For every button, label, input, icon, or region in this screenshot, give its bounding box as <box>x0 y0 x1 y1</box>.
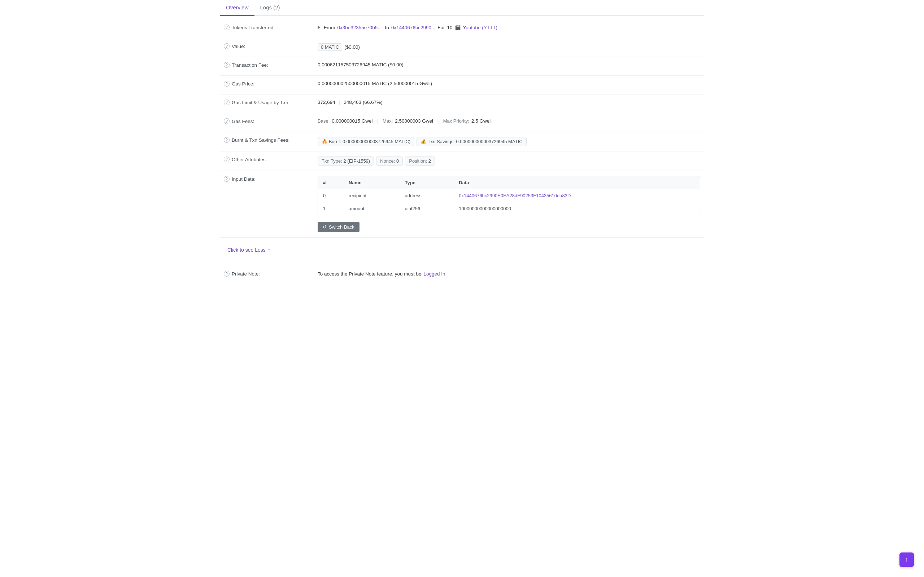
value-value: 0 MATIC ($0.00) <box>318 43 700 51</box>
value-amount-badge: 0 MATIC <box>318 43 342 51</box>
tokens-transferred-value: From 0x3be32355e70b5... To 0x1440676bc29… <box>318 24 700 30</box>
burnt-fees-help-icon: ? <box>224 137 229 143</box>
private-note-value: To access the Private Note feature, you … <box>318 271 700 277</box>
value-help-icon: ? <box>224 43 229 49</box>
cell-index: 0 <box>318 189 344 202</box>
gas-price-amount: 0.000000002500000015 MATIC (2.500000015 … <box>318 81 432 86</box>
nonce-badge: Nonce: 0 <box>376 156 403 166</box>
see-less-container: Click to see Less ↑ <box>220 238 704 264</box>
other-attributes-value: Txn Type: 2 (EIP-1559) Nonce: 0 Position… <box>318 156 700 166</box>
gas-limit-label-col: ? Gas Limit & Usage by Txn: <box>224 100 318 105</box>
to-label: To <box>384 25 389 30</box>
transaction-fee-row: ? Transaction Fee: 0.000621157503726945 … <box>220 57 704 76</box>
burnt-badge: 🔥 Burnt: 0.000000000003726945 MATIC) <box>318 137 414 146</box>
txn-type-value: 2 (EIP-1559) <box>343 158 370 164</box>
see-less-link[interactable]: Click to see Less ↑ <box>224 241 700 259</box>
max-priority-value: 2.5 Gwei <box>472 118 491 124</box>
from-address-link[interactable]: 0x3be32355e70b5... <box>338 25 382 30</box>
gas-price-value: 0.000000002500000015 MATIC (2.500000015 … <box>318 81 700 86</box>
cell-type: uint256 <box>400 202 454 215</box>
gas-usage-amount: 248,463 (66.67%) <box>344 100 382 105</box>
col-header-data: Data <box>454 176 700 189</box>
logged-in-link[interactable]: Logged In <box>423 271 445 277</box>
col-header-index: # <box>318 176 344 189</box>
gas-fees-row: ? Gas Fees: Base: 0.000000015 Gwei | Max… <box>220 113 704 132</box>
input-data-label-col: ? Input Data: <box>224 176 318 182</box>
gas-limit-label: Gas Limit & Usage by Txn: <box>232 100 289 105</box>
gas-fees-label: Gas Fees: <box>232 119 254 124</box>
see-less-icon: ↑ <box>268 247 270 253</box>
switch-back-label: Switch Back <box>329 224 354 230</box>
input-data-row: ? Input Data: # Name Type Data <box>220 171 704 238</box>
triangle-icon <box>318 26 320 29</box>
other-attributes-label: Other Attributes: <box>232 157 267 162</box>
token-icon: 🎬 <box>455 24 461 30</box>
burnt-icon: 🔥 <box>321 139 327 144</box>
token-name-link[interactable]: Youtube (YTTT) <box>463 25 498 30</box>
txn-fee-label-col: ? Transaction Fee: <box>224 62 318 68</box>
for-amount: 10 <box>447 25 452 30</box>
switch-back-button[interactable]: ↺ Switch Back <box>318 222 360 232</box>
tab-logs[interactable]: Logs (2) <box>254 0 286 16</box>
gas-fees-label-col: ? Gas Fees: <box>224 118 318 124</box>
cell-data: 10000000000000000000 <box>454 202 700 215</box>
cell-type: address <box>400 189 454 202</box>
position-label: Position: <box>409 158 427 164</box>
gas-limit-value: 372,694 | 248,463 (66.67%) <box>318 100 700 105</box>
value-usd: ($0.00) <box>344 44 360 50</box>
private-note-help-icon: ? <box>224 271 229 277</box>
data-address-link[interactable]: 0x1440676bc2990E0EA28dF90253F10435610da8… <box>459 193 571 198</box>
gas-price-row: ? Gas Price: 0.000000002500000015 MATIC … <box>220 76 704 95</box>
tabs-container: Overview Logs (2) <box>220 0 704 16</box>
txn-fee-value: 0.000621157503726945 MATIC ($0.00) <box>318 62 700 68</box>
input-data-value: # Name Type Data 0recipientaddress0x1440… <box>318 176 700 232</box>
savings-amount: 0.000000000003726945 MATIC <box>456 139 523 144</box>
txn-type-label: Txn Type: <box>321 158 342 164</box>
gas-price-help-icon: ? <box>224 81 229 87</box>
gas-sep-1: | <box>377 118 379 124</box>
value-label: Value: <box>232 44 245 49</box>
gas-limit-amount: 372,694 <box>318 100 335 105</box>
table-row: 0recipientaddress0x1440676bc2990E0EA28dF… <box>318 189 700 202</box>
gas-price-label: Gas Price: <box>232 81 254 87</box>
txn-fee-label: Transaction Fee: <box>232 62 268 68</box>
to-address-link[interactable]: 0x1440676bc2990... <box>391 25 435 30</box>
table-row: 1amountuint25610000000000000000000 <box>318 202 700 215</box>
input-data-help-icon: ? <box>224 176 229 182</box>
gas-separator: | <box>339 100 340 105</box>
tokens-transferred-label: Tokens Transferred: <box>232 25 275 30</box>
input-data-table: # Name Type Data 0recipientaddress0x1440… <box>318 176 700 215</box>
table-header-row: # Name Type Data <box>318 176 700 189</box>
nonce-value: 0 <box>396 158 399 164</box>
private-note-label: Private Note: <box>232 271 260 277</box>
for-label: For <box>438 25 445 30</box>
burnt-fees-value: 🔥 Burnt: 0.000000000003726945 MATIC) 💰 T… <box>318 137 700 146</box>
tokens-transferred-row: ? Tokens Transferred: From 0x3be32355e70… <box>220 19 704 38</box>
value-row: ? Value: 0 MATIC ($0.00) <box>220 38 704 57</box>
cell-data: 0x1440676bc2990E0EA28dF90253F10435610da8… <box>454 189 700 202</box>
gas-limit-row: ? Gas Limit & Usage by Txn: 372,694 | 24… <box>220 95 704 113</box>
txn-fee-amount: 0.000621157503726945 MATIC ($0.00) <box>318 62 404 68</box>
savings-label: Txn Savings: <box>428 139 455 144</box>
tokens-transferred-help-icon: ? <box>224 24 229 30</box>
max-priority-label: Max Priority: <box>443 118 469 124</box>
other-attributes-row: ? Other Attributes: Txn Type: 2 (EIP-155… <box>220 152 704 171</box>
input-data-label: Input Data: <box>232 176 255 182</box>
savings-icon: 💰 <box>420 139 426 144</box>
private-note-row: ? Private Note: To access the Private No… <box>220 264 704 283</box>
switch-back-icon: ↺ <box>323 224 327 230</box>
private-note-label-col: ? Private Note: <box>224 271 318 277</box>
other-attributes-help-icon: ? <box>224 156 229 162</box>
private-note-text: To access the Private Note feature, you … <box>318 271 421 277</box>
gas-sep-2: | <box>438 118 439 124</box>
col-header-type: Type <box>400 176 454 189</box>
cell-index: 1 <box>318 202 344 215</box>
txn-fee-help-icon: ? <box>224 62 229 68</box>
burnt-fees-label: Burnt & Txn Savings Fees: <box>232 137 289 143</box>
nonce-label: Nonce: <box>380 158 395 164</box>
tab-overview[interactable]: Overview <box>220 0 254 16</box>
burnt-fees-row: ? Burnt & Txn Savings Fees: 🔥 Burnt: 0.0… <box>220 132 704 152</box>
content-area: ? Tokens Transferred: From 0x3be32355e70… <box>220 16 704 287</box>
see-less-label: Click to see Less <box>228 247 266 253</box>
gas-price-label-col: ? Gas Price: <box>224 81 318 87</box>
